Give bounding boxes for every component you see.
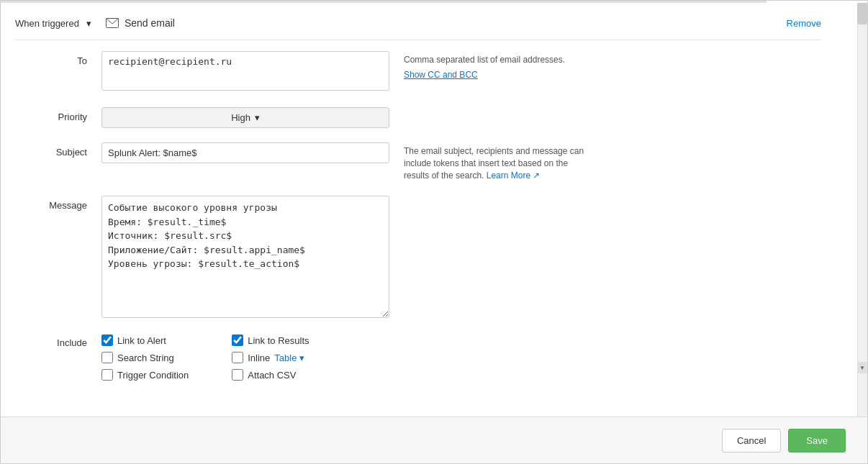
priority-label: Priority — [15, 107, 101, 122]
when-triggered-row: When triggered ▾ Send email Remove — [15, 10, 821, 40]
priority-dropdown[interactable]: High ▾ — [101, 107, 389, 128]
priority-arrow: ▾ — [255, 112, 260, 123]
scroll-down[interactable]: ▼ — [857, 362, 867, 373]
when-triggered-label: When triggered — [15, 18, 79, 29]
remove-link[interactable]: Remove — [787, 18, 821, 29]
checkbox-attach-csv[interactable] — [232, 369, 243, 381]
learn-more-link[interactable]: Learn More ↗ — [487, 170, 541, 181]
modal-body: When triggered ▾ Send email Remove To — [1, 3, 867, 417]
priority-control: High ▾ — [101, 107, 389, 128]
checkbox-label-inline: Inline — [248, 352, 270, 363]
checkbox-label-search-string: Search String — [117, 352, 174, 363]
when-triggered-dropdown[interactable]: ▾ — [86, 18, 91, 29]
table-label: Table — [274, 352, 297, 363]
message-label: Message — [15, 196, 101, 211]
content-area: When triggered ▾ Send email Remove To — [1, 3, 843, 395]
checkbox-link-to-results[interactable] — [232, 335, 243, 346]
checkbox-item-link-to-alert: Link to Alert — [101, 335, 189, 346]
email-icon — [106, 18, 119, 28]
checkbox-item-link-to-results: Link to Results — [232, 335, 319, 346]
message-input[interactable] — [101, 196, 389, 318]
send-email-label: Send email — [125, 17, 175, 29]
checkbox-link-to-alert[interactable] — [101, 335, 113, 346]
include-label: Include — [15, 335, 101, 348]
to-row: To Comma separated list of email address… — [15, 44, 821, 100]
to-help: Comma separated list of email addresses.… — [404, 51, 565, 81]
priority-row: Priority High ▾ — [15, 100, 821, 135]
checkbox-trigger-condition[interactable] — [101, 369, 113, 381]
subject-input[interactable] — [101, 142, 389, 163]
save-button[interactable]: Save — [788, 429, 846, 452]
subject-row: Subject The email subject, recipients an… — [15, 135, 821, 188]
to-label: To — [15, 51, 101, 66]
dropdown-arrow: ▾ — [86, 18, 91, 29]
to-input[interactable] — [101, 51, 389, 91]
to-control — [101, 51, 389, 93]
checkbox-item-search-string: Search String — [101, 352, 189, 363]
checkbox-item-trigger-condition: Trigger Condition — [101, 369, 189, 381]
checkbox-inline[interactable] — [232, 352, 243, 363]
subject-help: The email subject, recipients and messag… — [404, 142, 591, 181]
checkbox-item-attach-csv: Attach CSV — [232, 369, 319, 381]
table-arrow: ▾ — [299, 352, 304, 363]
show-cc-link[interactable]: Show CC and BCC — [404, 69, 565, 81]
checkbox-label-attach-csv: Attach CSV — [248, 370, 296, 381]
table-dropdown-button[interactable]: Table▾ — [274, 352, 304, 363]
message-control — [101, 196, 389, 320]
modal-container: When triggered ▾ Send email Remove To — [0, 0, 868, 464]
subject-label: Subject — [15, 142, 101, 158]
scroll-thumb[interactable] — [857, 3, 867, 24]
cancel-button[interactable]: Cancel — [722, 429, 781, 452]
checkbox-item-inline: InlineTable▾ — [232, 352, 319, 363]
modal-footer: Cancel Save — [1, 417, 867, 463]
checkbox-label-link-to-results: Link to Results — [248, 335, 309, 346]
scrollbar[interactable]: ▲ ▼ — [857, 3, 867, 417]
checkbox-label-trigger-condition: Trigger Condition — [117, 370, 189, 381]
checkbox-search-string[interactable] — [101, 352, 113, 363]
message-row: Message — [15, 188, 821, 327]
include-checkboxes: Link to AlertLink to ResultsSearch Strin… — [101, 335, 319, 381]
checkbox-label-link-to-alert: Link to Alert — [117, 335, 166, 346]
subject-control — [101, 142, 389, 163]
include-row: Include Link to AlertLink to ResultsSear… — [15, 327, 821, 388]
priority-value: High — [231, 112, 250, 123]
